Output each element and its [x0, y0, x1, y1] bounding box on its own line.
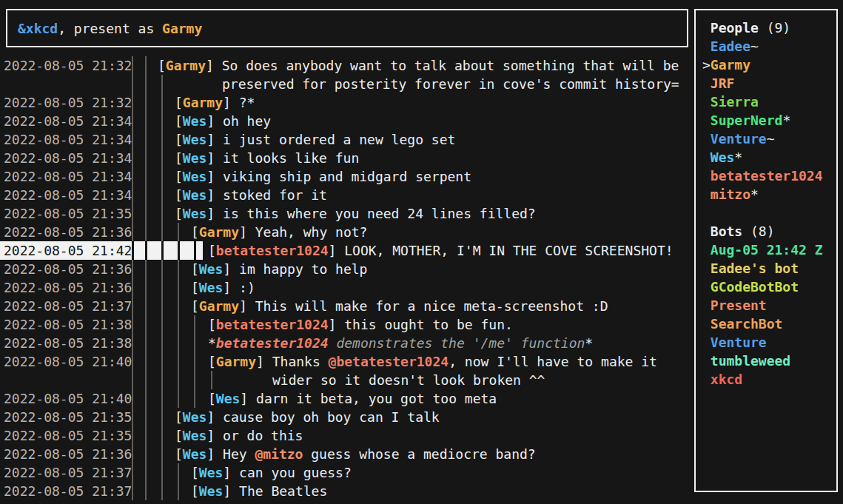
chat-row[interactable]: 2022-08-05 21:35[Wes] is this where you … [0, 204, 693, 223]
message-text: [ [175, 187, 183, 203]
message-text: ] [239, 224, 255, 240]
person-item-mitzo[interactable]: mitzo* [702, 185, 836, 204]
chat-row[interactable]: 2022-08-05 21:34[Wes] oh hey [0, 112, 693, 130]
thread-guide-line [178, 352, 179, 371]
chat-message: [Wes] cause boy oh boy can I talk [175, 408, 440, 426]
thread-guide-line [161, 463, 163, 482]
message-text: [ [208, 354, 216, 369]
thread-guide-line [194, 371, 195, 389]
thread-guide-gap [178, 241, 180, 260]
list-item-prefix [702, 352, 711, 370]
thread-guide-line [145, 56, 147, 75]
chat-row[interactable]: 2022-08-05 21:34[Wes] stoked for it [0, 186, 693, 204]
chat-row[interactable]: 2022-08-05 21:36[Wes] Hey @mitzo guess w… [0, 445, 693, 463]
message-text: ] [206, 169, 223, 184]
nick: Wes [183, 409, 207, 425]
list-item-prefix [702, 37, 711, 56]
chat-row[interactable]: 2022-08-05 21:35[Wes] or do this [0, 426, 693, 445]
chat-row[interactable]: 2022-08-05 21:37[Garmy] This will make f… [0, 297, 693, 315]
chat-row[interactable]: 2022-08-05 21:37[Wes] The Beatles [0, 482, 693, 500]
chat-row[interactable]: 2022-08-05 21:36[Wes] im happy to help [0, 260, 693, 278]
chat-row[interactable]: 2022-08-05 21:42[betatester1024] LOOK, M… [0, 241, 693, 260]
message-timestamp: 2022-08-05 21:36 [4, 260, 132, 278]
chat-row[interactable]: wider so it doesn't look broken ^^ [0, 371, 693, 389]
chat-row[interactable]: 2022-08-05 21:34[Wes] it looks like fun [0, 149, 693, 167]
message-text: ] [206, 409, 223, 425]
bot-name: GCodeBotBot [711, 279, 799, 295]
chat-row[interactable]: 2022-08-05 21:35[Wes] cause boy oh boy c… [0, 408, 693, 426]
message-text: ] [329, 243, 345, 258]
message-text: [ [191, 280, 199, 295]
nick: Wes [216, 391, 241, 406]
nick: Garmy [216, 354, 256, 369]
list-item-prefix [702, 130, 711, 148]
chat-message: preserved for posterity forever in cove'… [222, 75, 679, 93]
nick: Wes [183, 187, 207, 203]
status-suffix: ~ [750, 38, 759, 54]
chat-row[interactable]: 2022-08-05 21:32[Garmy] ?* [0, 93, 693, 112]
person-item-eadee[interactable]: Eadee~ [702, 37, 836, 56]
bot-item-present[interactable]: Present [702, 296, 836, 315]
chat-row[interactable]: 2022-08-05 21:38*betatester1024 demonstr… [0, 334, 693, 352]
person-item-garmy[interactable]: >Garmy [702, 56, 836, 74]
chat-row[interactable]: 2022-08-05 21:36[Wes] :) [0, 278, 693, 297]
message-timestamp: 2022-08-05 21:32 [4, 56, 132, 75]
chat-row[interactable]: 2022-08-05 21:38[betatester1024] this ou… [0, 315, 693, 334]
thread-guide-line [145, 112, 147, 130]
thread-guide-line [145, 223, 147, 241]
chat-message: [Wes] can you guess? [191, 463, 352, 482]
thread-guide-line [145, 315, 147, 334]
message-text: or do this [223, 428, 303, 443]
bot-item-eadee-s-bot[interactable]: Eadee's bot [702, 259, 836, 278]
message-text: [ [175, 169, 183, 184]
person-item-betatester1024[interactable]: betatester1024 [702, 167, 836, 185]
message-text: [ [208, 391, 216, 406]
status-suffix: * [782, 112, 790, 128]
thread-guide-line [178, 278, 179, 297]
message-timestamp: 2022-08-05 21:37 [4, 482, 132, 500]
bot-item-aug-05-21-42-z[interactable]: Aug-05 21:42 Z [702, 241, 836, 259]
person-item-jrf[interactable]: JRF [702, 74, 836, 93]
chat-row[interactable]: preserved for posterity forever in cove'… [0, 75, 693, 93]
thread-guide-line [178, 315, 179, 334]
message-text: ] [206, 446, 223, 462]
bot-item-xkcd[interactable]: xkcd [702, 370, 836, 389]
chat-row[interactable]: 2022-08-05 21:32[Garmy] So does anybody … [0, 56, 693, 75]
chat-row[interactable]: 2022-08-05 21:36[Garmy] Yeah, why not? [0, 223, 693, 241]
message-timestamp: 2022-08-05 21:36 [4, 445, 132, 463]
thread-guide-line [161, 445, 163, 463]
list-item-prefix [702, 296, 711, 315]
person-item-wes[interactable]: Wes* [702, 148, 836, 167]
bot-item-gcodebotbot[interactable]: GCodeBotBot [702, 278, 836, 296]
chat-row[interactable]: 2022-08-05 21:37[Wes] can you guess? [0, 463, 693, 482]
bot-item-tumbleweed[interactable]: tumbleweed [702, 352, 836, 370]
person-item-sierra[interactable]: Sierra [702, 93, 836, 111]
thread-guide-gap [145, 241, 147, 260]
message-timestamp: 2022-08-05 21:34 [4, 167, 132, 186]
timestamp-divider [132, 75, 133, 93]
nick: Wes [183, 113, 207, 129]
bot-item-searchbot[interactable]: SearchBot [702, 315, 836, 333]
chat-row[interactable]: 2022-08-05 21:40[Garmy] Thanks @betatest… [0, 352, 693, 371]
nick: Garmy [166, 58, 206, 73]
chat-message: [Wes] The Beatles [191, 482, 327, 500]
message-text: * [208, 335, 216, 351]
thread-guide-line [178, 371, 179, 389]
message-text: :) [239, 280, 255, 295]
bot-item-venture[interactable]: Venture [702, 333, 836, 352]
chat-row[interactable]: 2022-08-05 21:34[Wes] viking ship and mi… [0, 167, 693, 186]
chat-row[interactable]: 2022-08-05 21:40[Wes] darn it beta, you … [0, 389, 693, 408]
chat-row[interactable]: 2022-08-05 21:34[Wes] i just ordered a n… [0, 130, 693, 149]
message-timestamp: 2022-08-05 21:36 [4, 278, 132, 297]
person-item-venture[interactable]: Venture~ [702, 130, 836, 148]
thread-guide-line [178, 260, 179, 278]
message-timestamp: 2022-08-05 21:32 [4, 93, 132, 112]
message-timestamp: 2022-08-05 21:34 [4, 112, 132, 130]
nick: Wes [199, 465, 224, 480]
person-item-supernerd[interactable]: SuperNerd* [702, 111, 836, 130]
thread-guide-line [145, 463, 147, 482]
thread-guide-line [161, 186, 163, 204]
person-name: JRF [711, 75, 735, 91]
message-text: cause boy oh boy can I talk [223, 409, 440, 425]
message-timestamp: 2022-08-05 21:37 [4, 297, 132, 315]
